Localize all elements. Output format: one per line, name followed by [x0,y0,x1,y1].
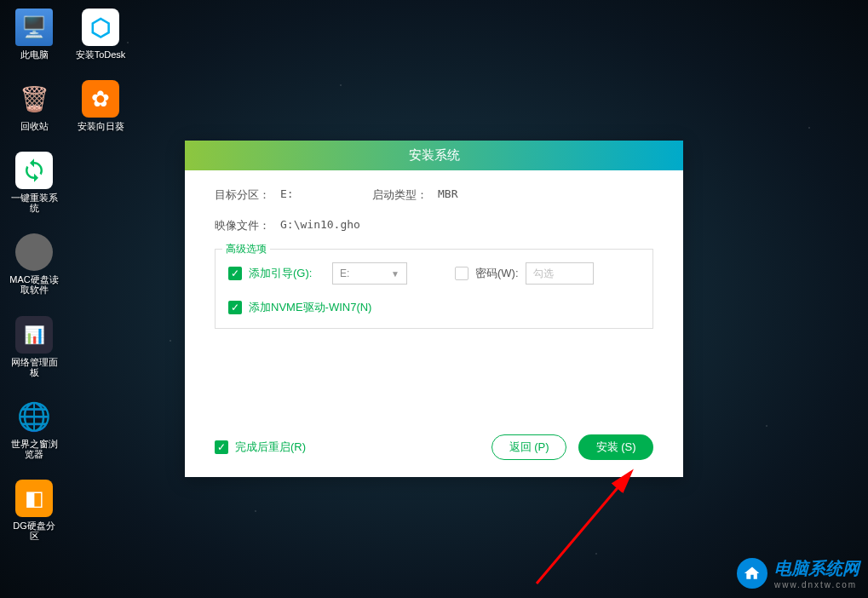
desktop-icon-recycle[interactable]: 回收站 [9,80,60,131]
dg-icon [15,480,53,517]
target-partition-label: 目标分区： [215,187,270,203]
desktop-icon-browser[interactable]: 世界之窗浏览器 [9,398,60,459]
watermark: 电脑系统网 www.dnxtw.com [737,557,859,589]
desktop-icon-reinstall[interactable]: 一键重装系统 [9,152,60,213]
icon-label: 安装ToDesk [76,49,126,60]
dropdown-value: E: [340,267,349,279]
image-file-value: G:\win10.gho [280,218,360,233]
add-boot-label: 添加引导(G): [249,266,325,281]
this-pc-icon [15,9,53,46]
password-input[interactable]: 勾选 [526,262,594,285]
icon-label: 一键重装系统 [9,193,60,213]
add-boot-dropdown[interactable]: E: ▼ [332,262,407,285]
desktop-icon-this-pc[interactable]: 此电脑 [9,9,60,60]
sunflower-icon [82,80,119,118]
nvme-label: 添加NVME驱动-WIN7(N) [249,300,371,315]
watermark-title: 电脑系统网 [774,557,859,580]
svg-line-1 [537,473,630,584]
icon-label: DG硬盘分区 [9,520,60,541]
restart-label: 完成后重启(R) [235,440,306,455]
todesk-icon [82,9,119,46]
reinstall-icon [15,152,53,189]
password-checkbox[interactable] [455,267,468,280]
watermark-url: www.dnxtw.com [774,580,859,589]
back-button[interactable]: 返回 (P) [491,434,566,460]
mac-icon [15,233,53,271]
advanced-legend: 高级选项 [222,242,270,256]
icon-label: MAC硬盘读取软件 [9,274,60,295]
network-icon [15,316,53,354]
icon-label: 此电脑 [20,49,49,60]
desktop-icon-todesk[interactable]: 安装ToDesk [75,9,126,60]
icon-label: 世界之窗浏览器 [9,439,60,459]
desktop-icon-sunflower[interactable]: 安装向日葵 [75,80,126,131]
desktop-icon-mac[interactable]: MAC硬盘读取软件 [9,233,60,295]
install-button[interactable]: 安装 (S) [578,434,653,460]
chevron-down-icon: ▼ [391,269,400,279]
desktop-icon-dg[interactable]: DG硬盘分区 [9,480,60,541]
browser-icon [15,398,53,435]
annotation-arrow [528,464,664,592]
boot-type-label: 启动类型： [372,187,428,203]
add-boot-checkbox[interactable] [228,267,242,280]
dialog-title: 安装系统 [185,141,683,170]
install-system-dialog: 安装系统 目标分区： E: 启动类型： MBR 映像文件： G:\win10.g… [185,141,683,477]
target-partition-value: E: [280,187,294,203]
icon-label: 回收站 [20,121,49,131]
password-label: 密码(W): [475,266,519,281]
watermark-logo-icon [737,558,767,589]
desktop-icon-network[interactable]: 网络管理面板 [9,316,60,377]
advanced-options-fieldset: 高级选项 添加引导(G): E: ▼ 密码(W): 勾选 添加NVME驱动-WI… [215,249,653,329]
boot-type-value: MBR [438,187,457,203]
recycle-icon [15,80,53,118]
restart-checkbox[interactable] [215,440,228,454]
icon-label: 安装向日葵 [78,121,124,131]
icon-label: 网络管理面板 [9,357,60,377]
image-file-label: 映像文件： [215,218,270,233]
nvme-checkbox[interactable] [228,301,242,314]
